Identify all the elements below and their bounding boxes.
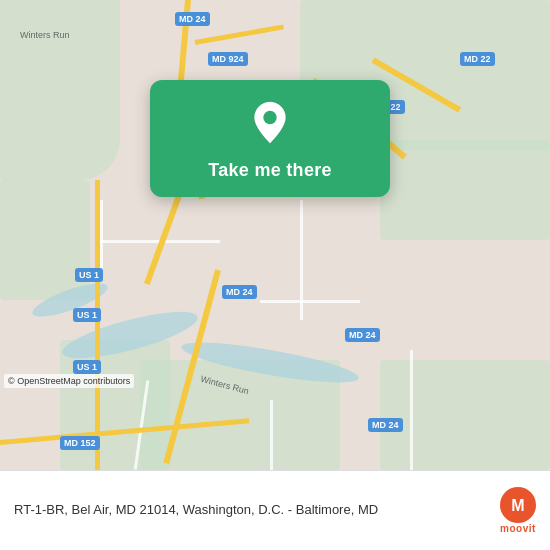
shield-md924: MD 924 (208, 52, 248, 66)
winters-run-label2: Winters Run (20, 30, 70, 40)
green-area (380, 360, 550, 470)
local-road (410, 350, 413, 470)
shield-us1-bot: US 1 (73, 360, 101, 374)
take-me-there-button[interactable]: Take me there (208, 160, 332, 181)
local-road (270, 400, 273, 470)
info-bar: RT-1-BR, Bel Air, MD 21014, Washington, … (0, 470, 550, 550)
shield-md22-right: MD 22 (460, 52, 495, 66)
road-md924 (195, 24, 285, 45)
shield-md24-right: MD 24 (345, 328, 380, 342)
location-pin-icon (245, 100, 295, 150)
local-road (260, 300, 360, 303)
moovit-icon: M (500, 487, 536, 523)
osm-attribution: © OpenStreetMap contributors (4, 374, 134, 388)
map-background (0, 0, 550, 470)
road-md24 (144, 189, 184, 285)
green-area (0, 0, 120, 180)
map-container: MD 24 MD 924 MD 22 MD 22 US 1 US 1 US 1 … (0, 0, 550, 470)
road-us1 (95, 180, 100, 470)
green-area (0, 180, 90, 300)
svg-point-0 (263, 111, 276, 124)
shield-us1-top: US 1 (75, 268, 103, 282)
shield-md24-bot: MD 24 (368, 418, 403, 432)
shield-md152: MD 152 (60, 436, 100, 450)
moovit-logo: M moovit (500, 487, 536, 534)
moovit-label: moovit (500, 523, 536, 534)
address-text: RT-1-BR, Bel Air, MD 21014, Washington, … (14, 501, 488, 519)
shield-md24-top: MD 24 (175, 12, 210, 26)
cta-card[interactable]: Take me there (150, 80, 390, 197)
shield-us1-mid: US 1 (73, 308, 101, 322)
shield-md24-mid: MD 24 (222, 285, 257, 299)
svg-text:M: M (511, 497, 524, 514)
